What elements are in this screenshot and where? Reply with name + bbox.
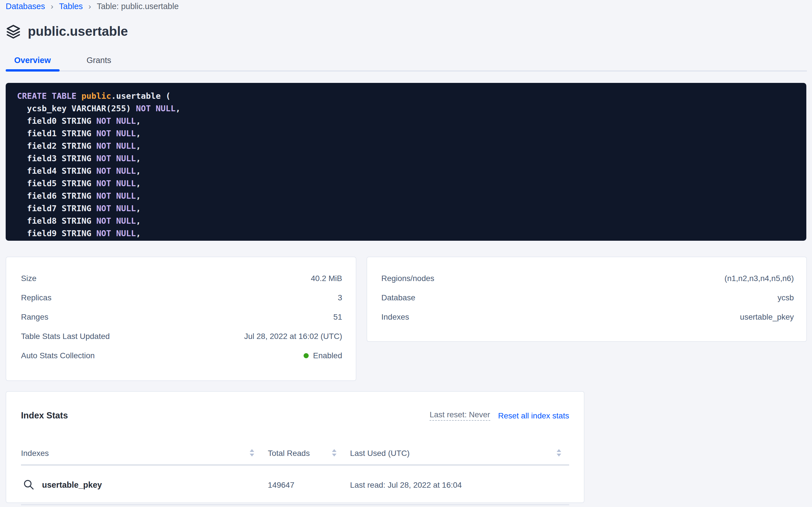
stat-value: (n1,n2,n3,n4,n5,n6)	[725, 274, 794, 283]
stat-value: 40.2 MiB	[311, 274, 342, 283]
column-label: Total Reads	[262, 448, 310, 457]
stat-row-indexes: Indexes usertable_pkey	[381, 307, 794, 327]
breadcrumb-tables-link[interactable]: Tables	[59, 2, 83, 11]
stat-label: Replicas	[21, 293, 51, 302]
chevron-right-icon: ›	[88, 2, 91, 11]
column-label: Indexes	[21, 448, 49, 457]
sort-arrows-icon[interactable]	[332, 449, 336, 456]
tab-bar: Overview Grants	[6, 50, 807, 71]
column-label: Last Used (UTC)	[345, 448, 410, 457]
index-stats-header: Index Stats Last reset: Never Reset all …	[21, 403, 569, 428]
stat-value: 3	[337, 293, 342, 302]
chevron-right-icon: ›	[51, 2, 53, 11]
stat-value: 51	[333, 312, 342, 321]
total-reads-cell: 149647	[262, 480, 345, 489]
stat-value: Jul 28, 2022 at 16:02 (UTC)	[244, 332, 342, 341]
index-stats-title: Index Stats	[21, 410, 68, 421]
index-name-cell[interactable]: usertable_pkey	[21, 478, 262, 491]
stat-value: usertable_pkey	[740, 312, 794, 321]
stat-row-replicas: Replicas 3	[21, 288, 342, 307]
page-header: public.usertable	[6, 24, 128, 39]
column-header-total-reads[interactable]: Total Reads	[262, 448, 345, 457]
last-used-cell: Last read: Jul 28, 2022 at 16:04	[345, 480, 569, 489]
stat-label: Indexes	[381, 312, 409, 321]
status-enabled-dot-icon	[303, 353, 308, 358]
stat-label: Auto Stats Collection	[21, 351, 95, 360]
stat-value: ycsb	[777, 293, 794, 302]
stat-value: Enabled	[303, 351, 342, 360]
tab-overview[interactable]: Overview	[6, 50, 59, 70]
stat-row-ranges: Ranges 51	[21, 307, 342, 327]
reset-all-index-stats-link[interactable]: Reset all index stats	[498, 411, 569, 420]
sort-arrows-icon[interactable]	[250, 449, 254, 456]
stat-label: Database	[381, 293, 415, 302]
index-stats-actions: Last reset: Never Reset all index stats	[430, 410, 569, 421]
last-reset-tooltip-text[interactable]: Last reset: Never	[430, 410, 490, 421]
table-details-page: Databases › Tables › Table: public.usert…	[0, 0, 812, 507]
index-stats-card: Index Stats Last reset: Never Reset all …	[6, 391, 584, 503]
tab-grants[interactable]: Grants	[78, 50, 120, 70]
status-enabled-label: Enabled	[313, 351, 342, 360]
magnifying-glass-icon	[23, 478, 35, 491]
breadcrumb-databases-link[interactable]: Databases	[6, 2, 45, 11]
index-name[interactable]: usertable_pkey	[42, 480, 102, 489]
create-table-sql-block: CREATE TABLE public.usertable ( ycsb_key…	[6, 83, 806, 241]
column-header-indexes[interactable]: Indexes	[21, 448, 262, 457]
table-stack-icon	[6, 24, 21, 39]
stat-label: Regions/nodes	[381, 274, 434, 283]
index-table-row[interactable]: usertable_pkey 149647 Last read: Jul 28,…	[21, 465, 569, 505]
breadcrumb: Databases › Tables › Table: public.usert…	[6, 2, 179, 11]
stat-row-size: Size 40.2 MiB	[21, 269, 342, 288]
stat-row-stats-updated: Table Stats Last Updated Jul 28, 2022 at…	[21, 327, 342, 346]
stat-row-regions: Regions/nodes (n1,n2,n3,n4,n5,n6)	[381, 269, 794, 288]
stat-label: Ranges	[21, 312, 49, 321]
stat-row-database: Database ycsb	[381, 288, 794, 307]
stat-label: Size	[21, 274, 36, 283]
sort-arrows-icon[interactable]	[557, 449, 561, 456]
stat-row-auto-stats: Auto Stats Collection Enabled	[21, 346, 342, 365]
table-details-card: Size 40.2 MiB Replicas 3 Ranges 51 Table…	[6, 257, 356, 381]
breadcrumb-current-table: Table: public.usertable	[97, 2, 179, 11]
column-header-last-used[interactable]: Last Used (UTC)	[345, 448, 569, 457]
table-regions-card: Regions/nodes (n1,n2,n3,n4,n5,n6) Databa…	[367, 257, 807, 342]
page-title: public.usertable	[28, 24, 128, 39]
stat-label: Table Stats Last Updated	[21, 332, 110, 341]
index-table-header-row: Indexes Total Reads Last Used (UTC)	[21, 448, 569, 457]
